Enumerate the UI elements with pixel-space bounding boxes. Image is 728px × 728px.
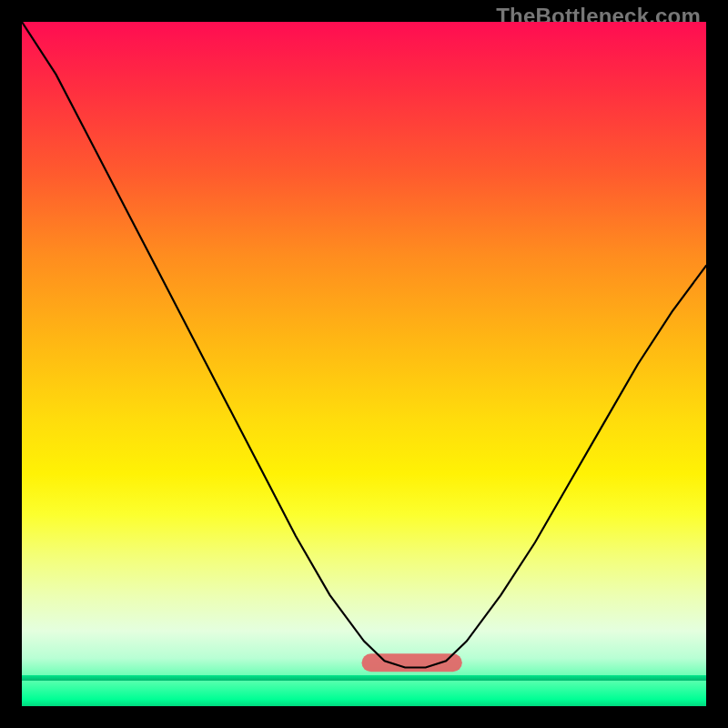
plot-area: [22, 22, 706, 706]
chart-frame: TheBottleneck.com: [0, 0, 728, 728]
curve-layer: [22, 22, 706, 706]
bottleneck-curve: [22, 22, 706, 668]
